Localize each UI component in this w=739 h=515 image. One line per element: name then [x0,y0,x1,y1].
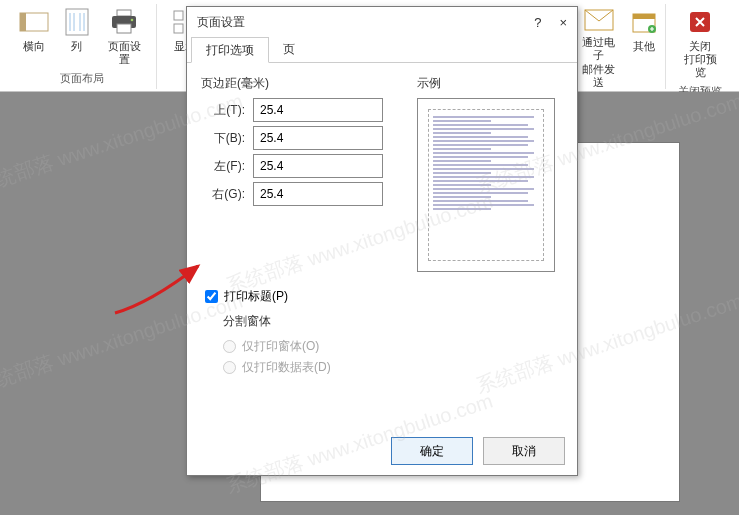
preview-label: 示例 [417,75,563,92]
dialog-close-button[interactable]: × [559,15,567,30]
cancel-button[interactable]: 取消 [483,437,565,465]
only-form-radio [223,340,236,353]
svg-rect-2 [66,9,88,35]
dialog-titlebar[interactable]: 页面设置 ? × [187,7,577,37]
ok-button[interactable]: 确定 [391,437,473,465]
margin-bottom-input[interactable] [253,126,383,150]
calendar-icon [628,6,660,38]
dialog-title: 页面设置 [197,14,245,31]
tab-page[interactable]: 页 [269,37,309,62]
preview-group: 示例 [417,75,563,272]
margin-top-input[interactable] [253,98,383,122]
columns-button[interactable]: 列 [56,4,96,55]
svg-rect-1 [20,13,26,31]
email-label: 通过电子 邮件发送 [579,36,618,89]
group-title-page-layout: 页面布局 [60,71,104,86]
margin-right-label: 右(G): [201,186,245,203]
svg-rect-10 [117,24,131,33]
print-title-row: 打印标题(P) [201,288,563,305]
page-setup-label: 页面设置 [105,40,144,66]
columns-icon [61,6,93,38]
dialog-help-button[interactable]: ? [534,15,541,30]
landscape-label: 横向 [23,40,45,53]
print-title-checkbox[interactable] [205,290,218,303]
svg-rect-17 [633,14,655,19]
only-data-radio [223,361,236,374]
margin-top-label: 上(T): [201,102,245,119]
svg-rect-13 [174,24,183,33]
split-form-label: 分割窗体 [223,313,563,330]
page-setup-button[interactable]: 页面设置 [99,4,150,68]
dialog-tabs: 打印选项 页 [187,37,577,63]
landscape-button[interactable]: 横向 [14,4,54,55]
email-button[interactable]: 通过电子 邮件发送 [573,4,624,91]
close-icon [684,6,716,38]
svg-point-9 [131,19,134,22]
margin-bottom-label: 下(B): [201,130,245,147]
envelope-icon [583,6,615,34]
svg-rect-7 [117,10,131,16]
printer-icon [108,6,140,38]
page-setup-dialog: 页面设置 ? × 打印选项 页 页边距(毫米) 上(T): 下(B): 左(F)… [186,6,578,476]
print-title-label[interactable]: 打印标题(P) [224,288,288,305]
margin-left-label: 左(F): [201,158,245,175]
preview-box [417,98,555,272]
margins-group: 页边距(毫米) 上(T): 下(B): 左(F): 右(G): [201,75,391,272]
landscape-icon [18,6,50,38]
other-label: 其他 [633,40,655,53]
margin-left-input[interactable] [253,154,383,178]
close-preview-button[interactable]: 关闭 打印预览 [676,4,725,82]
margin-right-input[interactable] [253,182,383,206]
tab-print-options[interactable]: 打印选项 [191,37,269,63]
close-preview-label: 关闭 打印预览 [682,40,719,80]
columns-label: 列 [71,40,82,53]
ribbon-group-page-layout: 横向 列 页面设置 页面布局 [8,4,157,89]
only-data-label: 仅打印数据表(D) [242,359,331,376]
preview-page [428,109,544,261]
margins-label: 页边距(毫米) [201,75,391,92]
svg-rect-11 [174,11,183,20]
only-form-label: 仅打印窗体(O) [242,338,319,355]
ribbon-group-close: 关闭 打印预览 关闭预览 [665,4,731,89]
other-button[interactable]: 其他 [624,4,664,91]
